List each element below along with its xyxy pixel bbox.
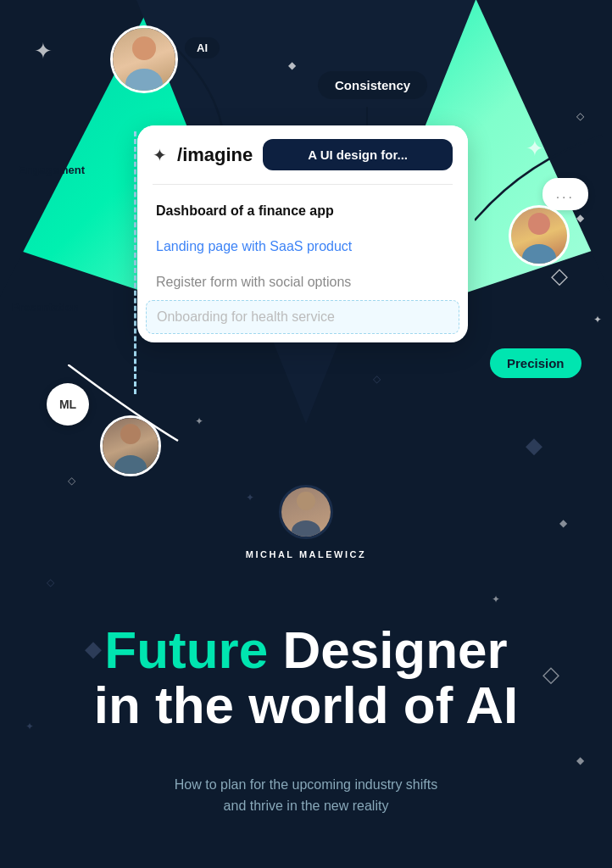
ml-bubble: ML bbox=[47, 383, 89, 426]
title-word-designer: Designer bbox=[282, 620, 507, 679]
title-line-1: Future Designer bbox=[25, 622, 587, 677]
ai-bubble: AI bbox=[185, 37, 220, 58]
sparkle-12: ✦ bbox=[492, 593, 500, 605]
chat-dots-bubble: ... bbox=[542, 178, 588, 210]
avatar-person-2 bbox=[509, 205, 570, 266]
sparkle-7: ◆ bbox=[526, 432, 542, 459]
list-item-2[interactable]: Landing page with SaaS product bbox=[137, 229, 468, 264]
sparkle-6: ✦ bbox=[195, 415, 203, 427]
svg-point-4 bbox=[120, 424, 141, 444]
imagine-card: ✦ /imagine A UI design for... Dashboard … bbox=[137, 125, 468, 342]
list-item-3[interactable]: Register form with social options bbox=[137, 264, 468, 300]
author-avatar bbox=[279, 485, 333, 539]
list-item-1[interactable]: Dashboard of a finance app bbox=[137, 193, 468, 229]
sparkle-8: ◇ bbox=[68, 475, 75, 487]
presentation-label: Presentation bbox=[12, 301, 79, 314]
book-title: Future Designer in the world of AI bbox=[0, 622, 612, 732]
prompt-button[interactable]: A UI design for... bbox=[263, 139, 453, 170]
imagine-command: /imagine bbox=[177, 144, 253, 166]
sparkle-16: ◆ bbox=[576, 754, 584, 766]
sparkle-2: ◇ bbox=[576, 110, 584, 122]
svg-point-7 bbox=[292, 520, 320, 537]
avatar-person-1 bbox=[110, 25, 178, 93]
title-line-2: in the world of AI bbox=[25, 677, 587, 732]
sparkle-9: ✦ bbox=[246, 492, 254, 504]
svg-point-5 bbox=[114, 455, 147, 474]
sparkle-10: ◆ bbox=[559, 517, 567, 529]
card-list: Dashboard of a finance app Landing page … bbox=[137, 185, 468, 342]
author-name: MICHAL MALEWICZ bbox=[246, 549, 366, 559]
sparkle-1: ◆ bbox=[288, 59, 296, 71]
engagement-label: Engagement bbox=[19, 164, 85, 176]
main-container: Consistency Engagement Presentation AI bbox=[0, 0, 612, 868]
avatar-person-3 bbox=[100, 415, 161, 476]
svg-point-6 bbox=[297, 492, 315, 510]
sparkle-18: ✦ bbox=[593, 314, 602, 326]
book-subtitle: How to plan for the upcoming industry sh… bbox=[0, 774, 612, 817]
title-word-future: Future bbox=[104, 620, 268, 679]
svg-point-1 bbox=[125, 69, 163, 91]
card-header: ✦ /imagine A UI design for... bbox=[137, 125, 468, 184]
sparkle-0: ✦ bbox=[34, 38, 53, 64]
sparkle-17: ◇ bbox=[373, 373, 381, 385]
consistency-pill: Consistency bbox=[318, 71, 427, 99]
precision-pill: Precision bbox=[490, 348, 581, 378]
svg-point-3 bbox=[522, 244, 556, 264]
consistency-label: Consistency bbox=[335, 78, 410, 92]
sparkle-5: ◇ bbox=[551, 263, 568, 289]
sparkle-11: ◇ bbox=[47, 576, 54, 588]
dashed-vertical-line bbox=[134, 131, 136, 394]
svg-point-2 bbox=[528, 213, 550, 235]
svg-point-0 bbox=[132, 36, 156, 60]
list-item-4[interactable]: Onboarding for health service bbox=[146, 300, 459, 334]
sparkle-icon: ✦ bbox=[153, 145, 167, 165]
